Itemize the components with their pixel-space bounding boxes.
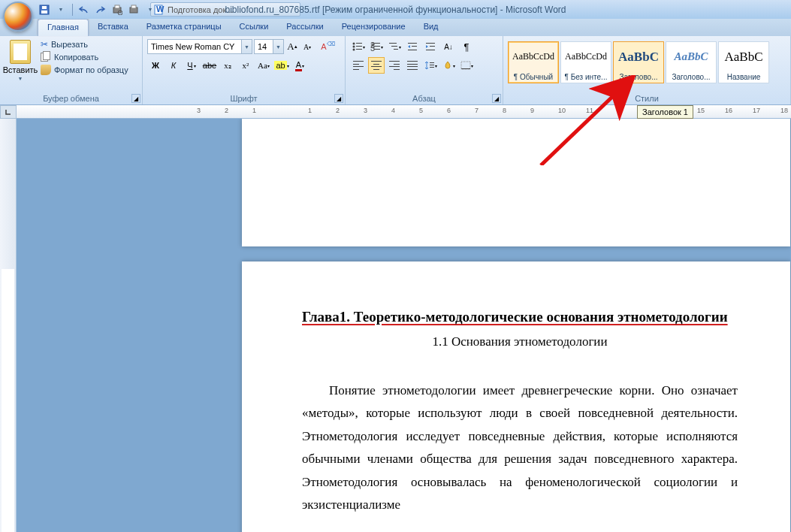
align-left-button[interactable] (350, 57, 367, 74)
tab-pagelayout[interactable]: Разметка страницы (137, 19, 231, 36)
clear-formatting-button[interactable]: A⌫ (315, 38, 332, 55)
strikethrough-button[interactable]: abe (201, 57, 218, 74)
document-body[interactable]: Понятие этнометодологии имеет древнегреч… (302, 379, 738, 518)
ruler-mark: 10 (558, 107, 566, 114)
group-paragraph: ▾ 123▾ ▾ A↓ ¶ ▾ ▾ ▾ Абзац ◢ (346, 36, 503, 104)
page-current[interactable]: Глава1. Теоретико-методологические основ… (242, 261, 790, 532)
style-name: Заголово... (666, 71, 716, 83)
ruler-mark: 11 (586, 107, 593, 114)
svg-rect-4 (115, 5, 119, 8)
tab-selector[interactable] (0, 105, 17, 119)
change-case-button[interactable]: Aa▾ (255, 57, 272, 74)
page-previous (242, 119, 790, 246)
copy-button[interactable]: Копировать (39, 52, 130, 62)
quick-print-icon[interactable] (127, 3, 140, 17)
tab-references[interactable]: Ссылки (231, 19, 278, 36)
tab-mailings[interactable]: Рассылки (277, 19, 332, 36)
show-marks-button[interactable]: ¶ (458, 38, 475, 55)
horizontal-ruler[interactable]: 3211234567891011131415161718 Заголовок 1 (17, 105, 791, 119)
align-right-button[interactable] (386, 57, 403, 74)
underline-button[interactable]: Ч▾ (183, 57, 200, 74)
style-item-2[interactable]: AaBbCЗаголово... (613, 41, 664, 83)
subscript-button[interactable]: x₂ (219, 57, 236, 74)
style-item-4[interactable]: AaBbCНазвание (718, 41, 769, 83)
increase-indent-button[interactable] (422, 38, 439, 55)
tab-insert[interactable]: Вставка (89, 19, 137, 36)
background-tab-label: Подготовка док... (168, 5, 233, 14)
office-button[interactable] (3, 2, 33, 32)
borders-button[interactable]: ▾ (458, 57, 475, 74)
ruler-mark: 16 (725, 107, 732, 114)
style-preview: AaBbCcDd (509, 42, 558, 71)
dropdown-icon: ▼ (273, 40, 283, 53)
group-label: Стили (508, 92, 786, 103)
svg-text:3: 3 (370, 44, 375, 51)
copy-icon (41, 53, 51, 62)
shrink-font-button[interactable]: A▾ (300, 38, 314, 55)
redo-icon[interactable] (94, 3, 107, 17)
dialog-launcher[interactable]: ◢ (334, 94, 343, 103)
save-icon[interactable] (38, 3, 51, 17)
italic-button[interactable]: К (165, 57, 182, 74)
dropdown-icon: ▼ (18, 76, 23, 81)
paste-icon (10, 40, 31, 64)
qat-dropdown-icon[interactable]: ▼ (54, 3, 68, 17)
superscript-button[interactable]: x² (237, 57, 254, 74)
separator (72, 4, 73, 16)
brush-icon (41, 65, 51, 75)
ruler-mark: 5 (419, 107, 423, 114)
shading-button[interactable]: ▾ (440, 57, 457, 74)
svg-rect-32 (430, 65, 434, 65)
tab-home[interactable]: Главная (38, 19, 89, 36)
svg-point-14 (352, 49, 355, 51)
style-item-0[interactable]: AaBbCcDd¶ Обычный (508, 41, 559, 83)
ruler-mark: 17 (753, 107, 760, 114)
bullets-button[interactable]: ▾ (350, 38, 367, 55)
grow-font-button[interactable]: A▴ (285, 38, 299, 55)
format-painter-button[interactable]: Формат по образцу (39, 64, 130, 76)
document-heading[interactable]: Глава1. Теоретико-методологические основ… (302, 307, 738, 328)
cut-label: Вырезать (51, 40, 88, 49)
font-color-button[interactable]: A▾ (291, 57, 308, 74)
style-item-3[interactable]: AaBbCЗаголово... (666, 41, 717, 83)
svg-rect-24 (394, 49, 398, 50)
svg-point-12 (352, 46, 355, 48)
svg-rect-1 (41, 11, 47, 14)
ruler-mark: 8 (503, 107, 506, 114)
qat-menu-icon[interactable]: ▼ (143, 3, 157, 17)
ribbon-tabs: Главная Вставка Разметка страницы Ссылки… (0, 19, 791, 36)
style-preview: AaBbC (719, 42, 768, 71)
document-subheading[interactable]: 1.1 Основания этнометодологии (302, 334, 738, 349)
scissors-icon: ✂ (41, 39, 48, 50)
multilevel-button[interactable]: ▾ (386, 38, 403, 55)
print-preview-icon[interactable] (110, 3, 124, 17)
sort-button[interactable]: A↓ (440, 38, 457, 55)
ribbon: Вставить ▼ ✂Вырезать Копировать Формат п… (0, 36, 791, 105)
decrease-indent-button[interactable] (404, 38, 421, 55)
style-name: ¶ Обычный (509, 71, 558, 83)
svg-rect-17 (374, 43, 380, 44)
svg-rect-30 (426, 50, 435, 50)
svg-text:W: W (156, 5, 165, 14)
tab-view[interactable]: Вид (415, 19, 448, 36)
dialog-launcher[interactable]: ◢ (131, 94, 140, 103)
align-justify-button[interactable] (404, 57, 421, 74)
undo-icon[interactable] (77, 3, 91, 17)
vertical-ruler[interactable] (0, 119, 17, 532)
dialog-launcher[interactable]: ◢ (492, 94, 501, 103)
ruler-mark: 2 (336, 107, 340, 114)
numbering-button[interactable]: 123▾ (368, 38, 385, 55)
cut-button[interactable]: ✂Вырезать (39, 38, 130, 50)
paste-button[interactable]: Вставить ▼ (5, 38, 36, 83)
font-name-combo[interactable]: Times New Roman CY▼ (147, 39, 252, 54)
font-size-combo[interactable]: 14▼ (254, 39, 284, 54)
style-item-1[interactable]: AaBbCcDd¶ Без инте... (560, 41, 611, 83)
align-center-button[interactable] (368, 57, 385, 74)
font-size-value: 14 (258, 42, 267, 51)
document-scroll[interactable]: Глава1. Теоретико-методологические основ… (17, 119, 791, 532)
bold-button[interactable]: Ж (147, 57, 164, 74)
tab-review[interactable]: Рецензирование (333, 19, 415, 36)
line-spacing-button[interactable]: ▾ (422, 57, 439, 74)
ruler-mark: 9 (530, 107, 534, 114)
highlight-button[interactable]: ab▾ (273, 57, 290, 74)
